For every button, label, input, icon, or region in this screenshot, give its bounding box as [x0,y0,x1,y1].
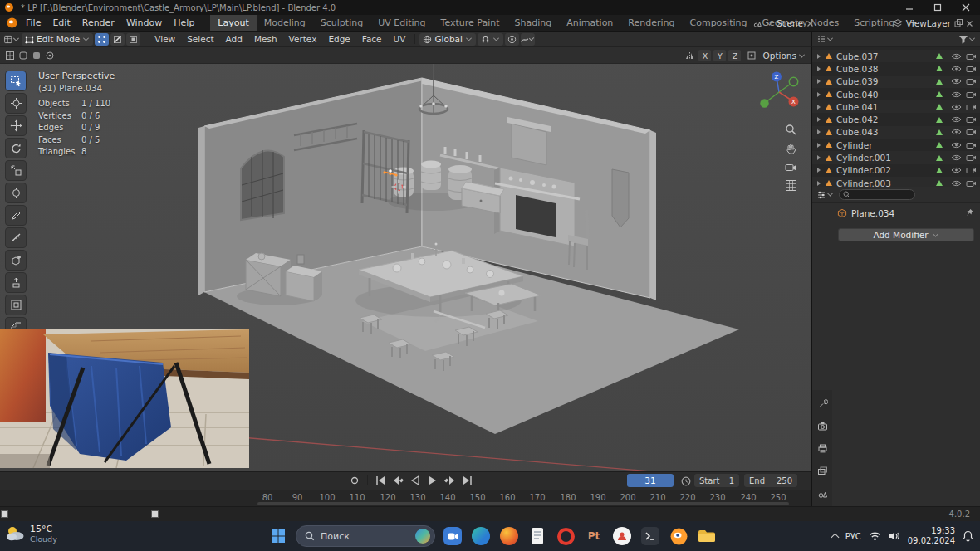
expand-icon[interactable] [817,54,821,59]
properties-editor-icon[interactable] [816,190,834,200]
transform-orientation-dropdown[interactable]: Global [419,33,476,46]
mode-dropdown[interactable]: Edit Mode [22,33,93,46]
tab-render[interactable] [814,419,831,432]
edge-select-mode-button[interactable] [110,33,125,46]
minimize-button[interactable] [895,0,924,15]
workspace-tab-shading[interactable]: Shading [507,15,560,31]
viewport-option-icon-3[interactable] [32,51,42,61]
disable-render-camera-icon[interactable] [966,141,977,149]
hide-eye-icon[interactable] [951,154,962,162]
viewport-option-icon-1[interactable] [5,51,15,61]
workspace-tab-modeling[interactable]: Modeling [257,15,313,31]
prev-keyframe-button[interactable] [390,474,405,487]
menu-edge[interactable]: Edge [323,34,355,44]
disable-render-camera-icon[interactable] [966,128,977,136]
opera-browser-icon[interactable] [555,525,576,547]
tab-output[interactable] [814,441,831,455]
disable-render-camera-icon[interactable] [966,103,977,111]
tab-scene[interactable] [814,486,831,500]
disable-render-camera-icon[interactable] [966,154,977,162]
pin-icon[interactable] [965,208,974,217]
menu-face[interactable]: Face [357,34,387,44]
orthographic-grid-icon[interactable] [785,179,797,192]
search-daily-image[interactable] [414,528,431,544]
maximize-button[interactable] [924,0,952,15]
hide-eye-icon[interactable] [951,115,962,124]
navigation-gizmo[interactable]: Z X [756,69,802,115]
outliner-row[interactable]: Cube.041 [812,100,980,113]
viewport-3d[interactable]: X Y Z Options [0,47,811,471]
filter-funnel-icon[interactable] [958,35,976,44]
tool-extrude-button[interactable] [5,272,27,293]
outliner-row[interactable]: Cube.038 [812,62,980,75]
edge-browser-icon[interactable] [470,525,492,547]
blender-menu-icon[interactable] [6,17,18,29]
viewport-option-icon-4[interactable] [45,51,55,61]
add-modifier-button[interactable]: Add Modifier [838,228,974,241]
play-button[interactable] [425,474,440,487]
proportional-editing-icon[interactable] [505,33,519,46]
disable-render-camera-icon[interactable] [966,65,977,73]
menu-help[interactable]: Help [168,15,200,31]
disable-render-camera-icon[interactable] [966,166,977,174]
workspace-tab-animation[interactable]: Animation [559,15,620,31]
menu-window[interactable]: Window [120,15,168,31]
outliner-row[interactable]: Cube.043 [812,126,980,139]
vertex-select-mode-button[interactable] [95,33,109,46]
language-indicator[interactable]: РУС [845,532,861,541]
workspace-tab-compositing[interactable]: Compositing [683,15,755,31]
tool-measure-button[interactable] [5,227,27,248]
tool-inset-button[interactable] [5,295,27,315]
tool-select-box-button[interactable] [5,71,27,91]
timeline-scrollbar[interactable] [257,502,789,505]
unlink-icon[interactable] [806,20,814,27]
notifications-bell-icon[interactable] [963,530,973,542]
mirror-y-button[interactable]: Y [713,50,726,61]
view-layer-selector[interactable]: ViewLayer [893,15,973,32]
options-dropdown[interactable]: Options [762,51,806,61]
outliner-row[interactable]: Cylinder.001 [812,151,980,163]
outliner-row[interactable]: Cube.039 [812,76,980,88]
close-button[interactable] [952,0,980,15]
file-explorer-icon[interactable] [696,525,718,547]
outliner-row[interactable]: Cylinder [812,139,980,151]
hide-eye-icon[interactable] [951,128,962,136]
properties-search-input[interactable] [839,189,915,200]
taskbar-clock[interactable]: 19:33 09.02.2024 [908,526,955,547]
tool-add-cube-button[interactable] [5,250,27,271]
hide-eye-icon[interactable] [951,166,962,174]
outliner-row[interactable]: Cylinder.003 [812,177,980,187]
taskbar-search-input[interactable]: Поиск [296,525,435,547]
camera-view-icon[interactable] [785,162,797,173]
disable-render-camera-icon[interactable] [966,77,977,85]
disable-render-camera-icon[interactable] [966,90,977,99]
menu-file[interactable]: File [20,15,47,31]
menu-uv[interactable]: UV [389,34,411,44]
unlink-icon[interactable] [966,20,973,27]
volume-icon[interactable] [889,531,900,541]
chat-app-icon[interactable] [442,525,463,547]
tool-rotate-button[interactable] [5,138,27,158]
menu-mesh[interactable]: Mesh [249,34,282,44]
jump-to-end-button[interactable] [460,474,475,487]
face-select-mode-button[interactable] [126,33,140,46]
menu-vertex[interactable]: Vertex [284,34,322,44]
workspace-tab-rendering[interactable]: Rendering [620,15,682,31]
start-button[interactable] [267,525,289,547]
snapping-dropdown[interactable] [478,33,503,46]
tab-view-layer[interactable] [814,464,831,477]
weather-widget[interactable]: 15°CCloudy [5,524,57,544]
zoom-icon[interactable] [785,124,797,136]
mirror-x-button[interactable]: X [698,50,711,61]
hide-eye-icon[interactable] [951,52,962,61]
outliner-row[interactable]: Cube.037 [812,50,980,62]
workspace-tab-sculpting[interactable]: Sculpting [313,15,370,31]
tool-cursor-button[interactable] [5,93,27,114]
menu-edit[interactable]: Edit [47,15,76,31]
current-frame-field[interactable]: 31 [627,474,674,487]
play-reverse-button[interactable] [408,474,423,487]
editor-type-icon[interactable] [3,32,20,46]
hide-eye-icon[interactable] [951,77,962,85]
hide-eye-icon[interactable] [951,90,962,99]
hide-eye-icon[interactable] [951,65,962,73]
